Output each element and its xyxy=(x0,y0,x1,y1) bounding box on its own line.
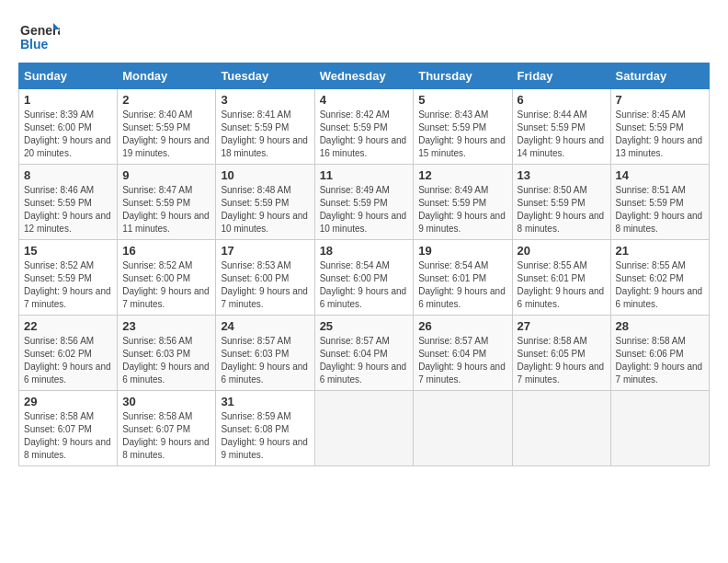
week-row-1: 1Sunrise: 8:39 AMSunset: 6:00 PMDaylight… xyxy=(19,89,710,165)
day-number: 22 xyxy=(24,319,112,333)
calendar-cell: 6Sunrise: 8:44 AMSunset: 5:59 PMDaylight… xyxy=(512,89,610,165)
day-info: Sunrise: 8:55 AMSunset: 6:02 PMDaylight:… xyxy=(616,259,704,311)
calendar-cell: 31Sunrise: 8:59 AMSunset: 6:08 PMDayligh… xyxy=(216,391,314,466)
day-number: 27 xyxy=(518,319,606,333)
calendar-cell xyxy=(314,391,414,466)
day-info: Sunrise: 8:42 AMSunset: 5:59 PMDaylight:… xyxy=(320,109,409,160)
day-info: Sunrise: 8:57 AMSunset: 6:03 PMDaylight:… xyxy=(221,335,309,386)
day-info: Sunrise: 8:49 AMSunset: 5:59 PMDaylight:… xyxy=(418,184,506,236)
calendar-cell xyxy=(512,391,610,466)
day-info: Sunrise: 8:58 AMSunset: 6:05 PMDaylight:… xyxy=(518,335,606,386)
column-header-sunday: Sunday xyxy=(19,63,118,89)
calendar-cell: 5Sunrise: 8:43 AMSunset: 5:59 PMDaylight… xyxy=(414,89,512,165)
day-info: Sunrise: 8:46 AMSunset: 5:59 PMDaylight:… xyxy=(24,184,112,236)
page-header: General Blue xyxy=(18,18,710,53)
day-number: 12 xyxy=(418,168,506,182)
day-info: Sunrise: 8:45 AMSunset: 5:59 PMDaylight:… xyxy=(616,109,704,160)
day-number: 4 xyxy=(320,93,409,107)
column-header-wednesday: Wednesday xyxy=(314,63,414,89)
calendar-cell: 25Sunrise: 8:57 AMSunset: 6:04 PMDayligh… xyxy=(314,316,414,391)
day-info: Sunrise: 8:52 AMSunset: 6:00 PMDaylight:… xyxy=(122,259,210,311)
calendar-cell: 11Sunrise: 8:49 AMSunset: 5:59 PMDayligh… xyxy=(314,165,414,240)
calendar-cell: 8Sunrise: 8:46 AMSunset: 5:59 PMDaylight… xyxy=(19,165,118,240)
calendar-cell: 20Sunrise: 8:55 AMSunset: 6:01 PMDayligh… xyxy=(512,240,610,316)
calendar-cell: 21Sunrise: 8:55 AMSunset: 6:02 PMDayligh… xyxy=(610,240,709,316)
calendar-cell: 30Sunrise: 8:58 AMSunset: 6:07 PMDayligh… xyxy=(118,391,216,466)
calendar-cell: 24Sunrise: 8:57 AMSunset: 6:03 PMDayligh… xyxy=(216,316,314,391)
calendar-cell xyxy=(610,391,709,466)
day-number: 7 xyxy=(616,93,704,107)
day-number: 31 xyxy=(221,395,309,408)
day-number: 18 xyxy=(320,244,409,258)
day-info: Sunrise: 8:41 AMSunset: 5:59 PMDaylight:… xyxy=(221,109,309,160)
column-header-thursday: Thursday xyxy=(414,63,512,89)
week-row-5: 29Sunrise: 8:58 AMSunset: 6:07 PMDayligh… xyxy=(19,391,710,466)
calendar-cell: 14Sunrise: 8:51 AMSunset: 5:59 PMDayligh… xyxy=(610,165,709,240)
day-info: Sunrise: 8:58 AMSunset: 6:06 PMDaylight:… xyxy=(616,335,704,386)
calendar-cell: 17Sunrise: 8:53 AMSunset: 6:00 PMDayligh… xyxy=(216,240,314,316)
day-number: 6 xyxy=(518,93,606,107)
day-number: 28 xyxy=(616,319,704,333)
logo: General Blue xyxy=(18,18,60,53)
day-info: Sunrise: 8:57 AMSunset: 6:04 PMDaylight:… xyxy=(418,335,506,386)
week-row-4: 22Sunrise: 8:56 AMSunset: 6:02 PMDayligh… xyxy=(19,316,710,391)
svg-text:Blue: Blue xyxy=(20,37,49,52)
header-row: SundayMondayTuesdayWednesdayThursdayFrid… xyxy=(19,63,710,89)
day-number: 3 xyxy=(221,93,309,107)
day-info: Sunrise: 8:53 AMSunset: 6:00 PMDaylight:… xyxy=(221,259,309,311)
day-info: Sunrise: 8:49 AMSunset: 5:59 PMDaylight:… xyxy=(320,184,409,236)
day-info: Sunrise: 8:44 AMSunset: 5:59 PMDaylight:… xyxy=(518,109,606,160)
calendar-cell: 3Sunrise: 8:41 AMSunset: 5:59 PMDaylight… xyxy=(216,89,314,165)
day-number: 20 xyxy=(518,244,606,258)
day-info: Sunrise: 8:43 AMSunset: 5:59 PMDaylight:… xyxy=(418,109,506,160)
day-number: 23 xyxy=(122,319,210,333)
day-number: 10 xyxy=(221,168,309,182)
calendar-cell: 4Sunrise: 8:42 AMSunset: 5:59 PMDaylight… xyxy=(314,89,414,165)
calendar-cell: 22Sunrise: 8:56 AMSunset: 6:02 PMDayligh… xyxy=(19,316,118,391)
column-header-friday: Friday xyxy=(512,63,610,89)
calendar-cell: 1Sunrise: 8:39 AMSunset: 6:00 PMDaylight… xyxy=(19,89,118,165)
day-number: 29 xyxy=(24,395,112,408)
calendar-cell: 19Sunrise: 8:54 AMSunset: 6:01 PMDayligh… xyxy=(414,240,512,316)
day-number: 24 xyxy=(221,319,309,333)
day-info: Sunrise: 8:40 AMSunset: 5:59 PMDaylight:… xyxy=(122,109,210,160)
day-number: 1 xyxy=(24,93,112,107)
column-header-saturday: Saturday xyxy=(610,63,709,89)
day-info: Sunrise: 8:54 AMSunset: 6:00 PMDaylight:… xyxy=(320,259,409,311)
day-number: 30 xyxy=(122,395,210,408)
day-info: Sunrise: 8:55 AMSunset: 6:01 PMDaylight:… xyxy=(518,259,606,311)
day-info: Sunrise: 8:59 AMSunset: 6:08 PMDaylight:… xyxy=(221,410,309,462)
day-number: 16 xyxy=(122,244,210,258)
day-info: Sunrise: 8:39 AMSunset: 6:00 PMDaylight:… xyxy=(24,109,112,160)
week-row-2: 8Sunrise: 8:46 AMSunset: 5:59 PMDaylight… xyxy=(19,165,710,240)
day-info: Sunrise: 8:56 AMSunset: 6:03 PMDaylight:… xyxy=(122,335,210,386)
calendar-cell: 28Sunrise: 8:58 AMSunset: 6:06 PMDayligh… xyxy=(610,316,709,391)
calendar-cell: 16Sunrise: 8:52 AMSunset: 6:00 PMDayligh… xyxy=(118,240,216,316)
day-number: 5 xyxy=(418,93,506,107)
day-number: 8 xyxy=(24,168,112,182)
calendar-cell: 23Sunrise: 8:56 AMSunset: 6:03 PMDayligh… xyxy=(118,316,216,391)
calendar-cell: 13Sunrise: 8:50 AMSunset: 5:59 PMDayligh… xyxy=(512,165,610,240)
day-number: 9 xyxy=(122,168,210,182)
calendar-cell: 18Sunrise: 8:54 AMSunset: 6:00 PMDayligh… xyxy=(314,240,414,316)
column-header-tuesday: Tuesday xyxy=(216,63,314,89)
calendar-cell: 9Sunrise: 8:47 AMSunset: 5:59 PMDaylight… xyxy=(118,165,216,240)
column-header-monday: Monday xyxy=(118,63,216,89)
day-info: Sunrise: 8:57 AMSunset: 6:04 PMDaylight:… xyxy=(320,335,409,386)
day-info: Sunrise: 8:52 AMSunset: 5:59 PMDaylight:… xyxy=(24,259,112,311)
calendar-cell xyxy=(414,391,512,466)
calendar-cell: 29Sunrise: 8:58 AMSunset: 6:07 PMDayligh… xyxy=(19,391,118,466)
calendar-cell: 7Sunrise: 8:45 AMSunset: 5:59 PMDaylight… xyxy=(610,89,709,165)
day-info: Sunrise: 8:50 AMSunset: 5:59 PMDaylight:… xyxy=(518,184,606,236)
day-number: 25 xyxy=(320,319,409,333)
day-info: Sunrise: 8:56 AMSunset: 6:02 PMDaylight:… xyxy=(24,335,112,386)
day-number: 19 xyxy=(418,244,506,258)
day-number: 13 xyxy=(518,168,606,182)
calendar-cell: 27Sunrise: 8:58 AMSunset: 6:05 PMDayligh… xyxy=(512,316,610,391)
day-number: 17 xyxy=(221,244,309,258)
calendar-table: SundayMondayTuesdayWednesdayThursdayFrid… xyxy=(18,63,710,466)
day-number: 21 xyxy=(616,244,704,258)
day-number: 26 xyxy=(418,319,506,333)
day-number: 11 xyxy=(320,168,409,182)
day-info: Sunrise: 8:58 AMSunset: 6:07 PMDaylight:… xyxy=(122,410,210,462)
